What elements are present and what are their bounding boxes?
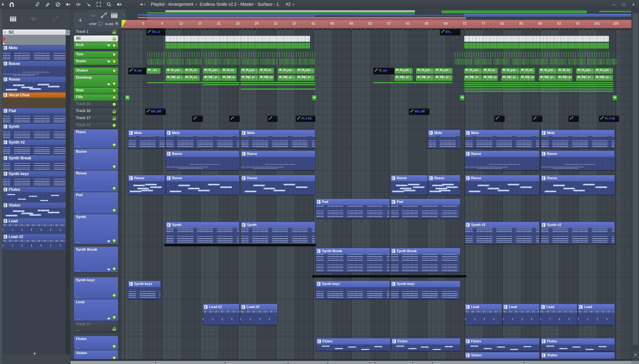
clip-gdense[interactable]: [147, 58, 315, 65]
clip-re-m[interactable]: RE..m: [483, 75, 498, 81]
track-header-ride[interactable]: Ride: [74, 88, 118, 94]
clip-tbar[interactable]: [464, 84, 539, 85]
clip-reese[interactable]: Reese: [465, 175, 540, 195]
clip-r-m[interactable]: R..m: [184, 75, 200, 81]
clip-re-m[interactable]: RE..m: [259, 75, 274, 81]
minimize-button[interactable]: –: [610, 1, 617, 8]
track-options-dots[interactable]: ...: [76, 316, 80, 320]
pattern-scrollbar[interactable]: I: [66, 30, 70, 355]
clip-reese[interactable]: Reese: [241, 175, 315, 195]
slice-icon[interactable]: [85, 1, 92, 8]
clip-tbar[interactable]: [539, 88, 613, 90]
pattern-item-basse[interactable]: Basse: [3, 61, 66, 76]
track-header-track-31[interactable]: Track 31...: [74, 321, 118, 332]
clip-tbar[interactable]: [539, 86, 613, 87]
clip-r-pm[interactable]: R..pm: [203, 68, 221, 74]
clip-flag[interactable]: [612, 95, 617, 101]
clip-gsparse[interactable]: [455, 52, 609, 58]
vertical-scrollbar[interactable]: ▾: [631, 9, 639, 361]
vertical-scrollbar-thumb[interactable]: [632, 13, 638, 346]
clip-re-m[interactable]: RE..m: [416, 75, 434, 81]
piano-tab-icon[interactable]: [10, 16, 17, 22]
close-button[interactable]: ×: [630, 1, 637, 8]
track-group-arrow-up[interactable]: [107, 317, 111, 319]
clip-gstripe[interactable]: [464, 42, 609, 49]
clip-tbar[interactable]: [539, 82, 613, 83]
track-mute-led[interactable]: [112, 239, 116, 243]
fl-logo-icon[interactable]: [8, 1, 16, 8]
track-header-track-1[interactable]: Track 1: [74, 29, 118, 35]
clip-flutes[interactable]: Flutes: [391, 338, 460, 351]
clip-blackbar[interactable]: [164, 244, 316, 246]
clip-r-m[interactable]: R..m: [520, 68, 535, 74]
slide-mode-icon[interactable]: [101, 12, 107, 19]
clip-re-m[interactable]: RE..m: [434, 75, 453, 81]
clip-r-pm[interactable]: R..pm: [296, 68, 315, 74]
pattern-item-sc[interactable]: SC: [3, 30, 66, 45]
clip-wstripe[interactable]: [464, 36, 609, 42]
clip-synth-keyz[interactable]: Synth keyz: [391, 281, 460, 299]
pattern-item-flutes[interactable]: Flutes: [3, 187, 66, 202]
clip-kh-off[interactable]: kH..off: [409, 108, 429, 114]
track-options-dots[interactable]: ...: [76, 187, 80, 191]
clip-tbar[interactable]: [539, 84, 613, 85]
track-header-shaker[interactable]: Shaker: [74, 68, 118, 74]
track-mute-led[interactable]: [112, 60, 116, 64]
track-mute-led[interactable]: [112, 69, 116, 73]
clip-re-m[interactable]: RE..m: [278, 75, 296, 81]
clip-r-pm[interactable]: R..pm: [539, 68, 557, 74]
track-mute-led[interactable]: [112, 102, 116, 106]
clip-tbar[interactable]: [203, 84, 239, 85]
clip-tbar[interactable]: [373, 82, 394, 83]
pattern-item-synth-break[interactable]: Synth Break: [3, 156, 66, 171]
clip-lead[interactable]: Lead: [465, 304, 502, 325]
clip-re-m[interactable]: RE..m: [296, 75, 315, 81]
track-group-arrow-down[interactable]: [107, 269, 111, 271]
clip-synth-break[interactable]: Synth Break: [391, 248, 460, 273]
track-options-dots[interactable]: ...: [76, 268, 80, 272]
clip-r-pm[interactable]: R..pm: [416, 68, 434, 74]
clip-en-[interactable]: En..: [440, 29, 460, 35]
track-mute-led[interactable]: [112, 186, 116, 190]
track-mute-led[interactable]: [112, 294, 116, 298]
clip-r-pm[interactable]: R..pm: [576, 68, 594, 74]
add-pattern-button[interactable]: +: [30, 350, 39, 357]
clip-flag[interactable]: [460, 95, 465, 101]
clip-basse[interactable]: Basse: [241, 150, 315, 170]
track-mute-led[interactable]: [112, 124, 116, 128]
clip-lead-2[interactable]: Lead #2: [203, 304, 239, 325]
track-lock-icon[interactable]: [113, 110, 116, 113]
clip-tbar[interactable]: [241, 82, 315, 83]
track-mute-led[interactable]: [112, 44, 116, 48]
track-header-track-18[interactable]: Track 18: [74, 122, 118, 128]
track-group-arrow-down[interactable]: [107, 61, 111, 63]
clip-tbar[interactable]: [464, 86, 539, 87]
clip-basse[interactable]: Basse: [465, 150, 540, 170]
pattern-item-synth-2[interactable]: Synth #2: [3, 140, 66, 155]
clip-blackbar[interactable]: [312, 275, 466, 278]
track-mute-led[interactable]: [112, 89, 116, 93]
clip-flag[interactable]: [125, 95, 130, 101]
track-mute-led[interactable]: [112, 267, 116, 271]
mute-icon[interactable]: [54, 1, 62, 8]
pattern-item-vocal-choir[interactable]: Vocal Choir: [3, 92, 66, 108]
clip-synth[interactable]: Synth: [241, 222, 315, 244]
track-group-arrow-down[interactable]: [107, 84, 111, 86]
track-header-track-17[interactable]: Track 17: [74, 115, 118, 122]
track-header-pad[interactable]: Pad...: [74, 192, 118, 214]
track-header-reese[interactable]: Reese...: [74, 170, 118, 192]
clip-re-m[interactable]: RE..m: [395, 75, 413, 81]
track-lock-icon[interactable]: [113, 37, 116, 40]
pattern-item-lead-2[interactable]: Lead #2: [3, 234, 66, 250]
clip--m[interactable]: ..m: [146, 68, 161, 74]
clip-tbar[interactable]: [464, 82, 539, 83]
clip-r-m[interactable]: R..m: [184, 68, 200, 74]
draw-icon[interactable]: [34, 1, 41, 8]
track-header-snare[interactable]: Snare: [74, 58, 118, 65]
piano-mode-icon[interactable]: [111, 12, 118, 19]
pattern-item-reese[interactable]: Reese: [3, 77, 66, 92]
clip-tbar[interactable]: [147, 82, 165, 83]
clip-flutes[interactable]: Flutes: [465, 338, 540, 351]
clip-r-pm[interactable]: R..pm: [395, 68, 413, 74]
clip-tbar[interactable]: [241, 88, 315, 90]
